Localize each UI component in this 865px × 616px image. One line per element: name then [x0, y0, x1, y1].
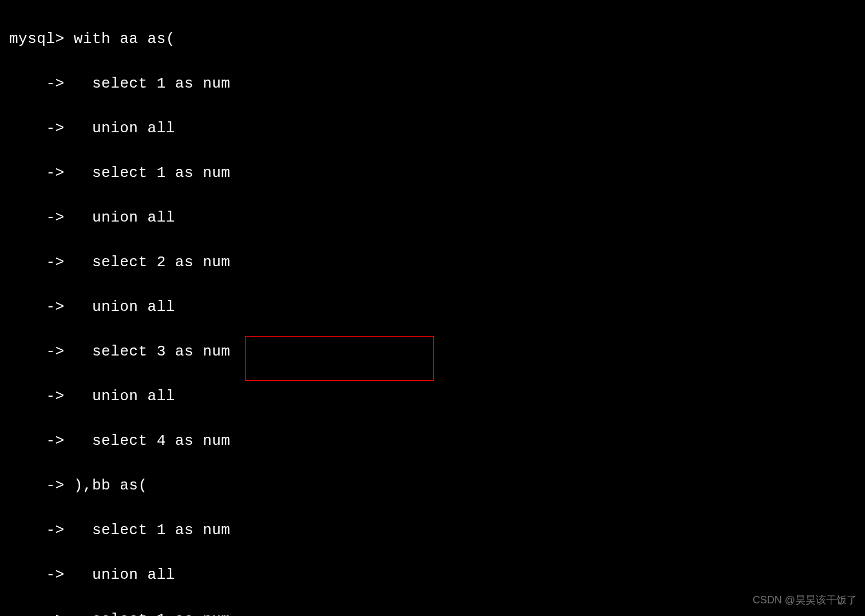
terminal-line: -> select 1 as num: [9, 609, 856, 616]
terminal-line: -> select 1 as num: [9, 519, 856, 542]
terminal-line: -> union all: [9, 296, 856, 318]
terminal-line: -> select 1 as num: [9, 73, 856, 95]
terminal-line: -> select 1 as num: [9, 162, 856, 184]
terminal-output: mysql> with aa as( -> select 1 as num ->…: [9, 6, 856, 616]
terminal-line: -> union all: [9, 564, 856, 586]
terminal-line: -> union all: [9, 117, 856, 140]
terminal-line: -> select 3 as num: [9, 341, 856, 363]
terminal-line: mysql> with aa as(: [9, 28, 856, 50]
terminal-line: -> ),bb as(: [9, 475, 856, 497]
terminal-line: -> select 4 as num: [9, 430, 856, 452]
watermark-text: CSDN @昊昊该干饭了: [753, 593, 857, 608]
terminal-line: -> select 2 as num: [9, 251, 856, 274]
terminal-line: -> union all: [9, 207, 856, 229]
terminal-line: -> union all: [9, 385, 856, 408]
